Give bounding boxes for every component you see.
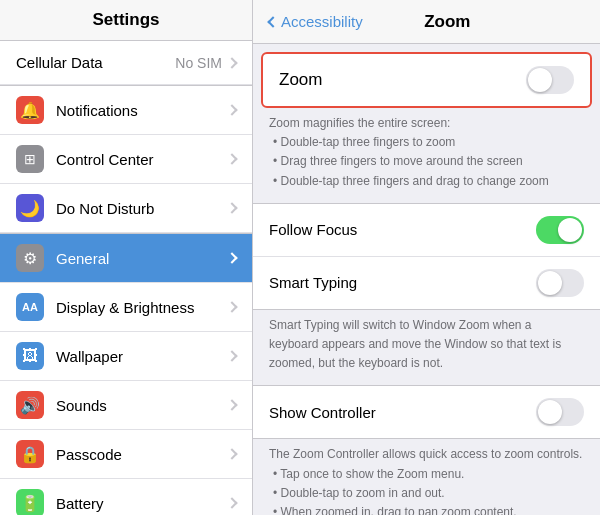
- back-label: Accessibility: [281, 13, 363, 30]
- chevron-right-icon: [226, 497, 237, 508]
- sidebar-item-cellular[interactable]: Cellular Data No SIM: [0, 41, 252, 85]
- chevron-right-icon: [226, 202, 237, 213]
- do-not-disturb-label: Do Not Disturb: [56, 200, 228, 217]
- control-center-icon: ⊞: [16, 145, 44, 173]
- display-brightness-icon: AA: [16, 293, 44, 321]
- passcode-icon: 🔒: [16, 440, 44, 468]
- sidebar-title: Settings: [92, 10, 159, 29]
- show-controller-label: Show Controller: [269, 404, 536, 421]
- main-panel: Accessibility Zoom Zoom Zoom magnifies t…: [253, 0, 600, 515]
- cellular-detail: No SIM: [175, 55, 222, 71]
- sidebar-item-battery[interactable]: 🔋 Battery: [0, 479, 252, 515]
- show-controller-knob: [538, 400, 562, 424]
- sounds-icon: 🔊: [16, 391, 44, 419]
- sidebar-item-notifications[interactable]: 🔔 Notifications: [0, 86, 252, 135]
- notifications-label: Notifications: [56, 102, 228, 119]
- ctrl-desc-item-1: • Tap once to show the Zoom menu.: [273, 465, 584, 484]
- smart-typing-toggle[interactable]: [536, 269, 584, 297]
- sidebar-item-general[interactable]: ⚙ General: [0, 234, 252, 283]
- chevron-right-icon: [226, 350, 237, 361]
- sidebar-item-control-center[interactable]: ⊞ Control Center: [0, 135, 252, 184]
- page-title: Zoom: [371, 12, 524, 32]
- general-label: General: [56, 250, 228, 267]
- chevron-right-icon: [226, 448, 237, 459]
- show-controller-row: Show Controller: [253, 386, 600, 438]
- sidebar-header: Settings: [0, 0, 252, 41]
- smart-typing-desc-text: Smart Typing will switch to Window Zoom …: [269, 318, 561, 370]
- sidebar-item-wallpaper[interactable]: 🖼 Wallpaper: [0, 332, 252, 381]
- smart-typing-row: Smart Typing: [253, 257, 600, 309]
- focus-typing-section: Follow Focus Smart Typing: [253, 203, 600, 310]
- follow-focus-label: Follow Focus: [269, 221, 536, 238]
- wallpaper-label: Wallpaper: [56, 348, 228, 365]
- controller-description: The Zoom Controller allows quick access …: [253, 439, 600, 515]
- zoom-description: Zoom magnifies the entire screen: • Doub…: [253, 108, 600, 201]
- zoom-description-title: Zoom magnifies the entire screen:: [269, 116, 450, 130]
- wallpaper-icon: 🖼: [16, 342, 44, 370]
- controller-desc-prefix: The Zoom Controller allows quick access …: [269, 447, 582, 461]
- sidebar-item-do-not-disturb[interactable]: 🌙 Do Not Disturb: [0, 184, 252, 233]
- chevron-right-icon: [226, 104, 237, 115]
- do-not-disturb-icon: 🌙: [16, 194, 44, 222]
- sounds-label: Sounds: [56, 397, 228, 414]
- chevron-right-icon: [226, 252, 237, 263]
- zoom-desc-item-2: • Drag three fingers to move around the …: [273, 152, 584, 171]
- chevron-right-icon: [226, 153, 237, 164]
- zoom-section: Zoom: [261, 52, 592, 108]
- smart-typing-description: Smart Typing will switch to Window Zoom …: [253, 310, 600, 384]
- sidebar: Settings Cellular Data No SIM 🔔 Notifica…: [0, 0, 253, 515]
- zoom-row: Zoom: [263, 54, 590, 106]
- ctrl-desc-item-2: • Double-tap to zoom in and out.: [273, 484, 584, 503]
- passcode-label: Passcode: [56, 446, 228, 463]
- follow-focus-row: Follow Focus: [253, 204, 600, 257]
- back-chevron-icon: [267, 16, 278, 27]
- show-controller-toggle[interactable]: [536, 398, 584, 426]
- sidebar-item-passcode[interactable]: 🔒 Passcode: [0, 430, 252, 479]
- back-button[interactable]: Accessibility: [269, 13, 363, 30]
- smart-typing-knob: [538, 271, 562, 295]
- chevron-right-icon: [226, 57, 237, 68]
- zoom-desc-item-1: • Double-tap three fingers to zoom: [273, 133, 584, 152]
- notifications-icon: 🔔: [16, 96, 44, 124]
- general-icon: ⚙: [16, 244, 44, 272]
- battery-icon: 🔋: [16, 489, 44, 515]
- controller-section: Show Controller: [253, 385, 600, 439]
- zoom-toggle[interactable]: [526, 66, 574, 94]
- main-header: Accessibility Zoom: [253, 0, 600, 44]
- chevron-right-icon: [226, 301, 237, 312]
- sidebar-item-display-brightness[interactable]: AA Display & Brightness: [0, 283, 252, 332]
- ctrl-desc-item-3: • When zoomed in, drag to pan zoom conte…: [273, 503, 584, 515]
- follow-focus-toggle[interactable]: [536, 216, 584, 244]
- cellular-label: Cellular Data: [16, 54, 175, 71]
- smart-typing-label: Smart Typing: [269, 274, 536, 291]
- zoom-label: Zoom: [279, 70, 526, 90]
- chevron-right-icon: [226, 399, 237, 410]
- battery-label: Battery: [56, 495, 228, 512]
- display-brightness-label: Display & Brightness: [56, 299, 228, 316]
- zoom-toggle-knob: [528, 68, 552, 92]
- zoom-desc-item-3: • Double-tap three fingers and drag to c…: [273, 172, 584, 191]
- sidebar-item-sounds[interactable]: 🔊 Sounds: [0, 381, 252, 430]
- follow-focus-knob: [558, 218, 582, 242]
- control-center-label: Control Center: [56, 151, 228, 168]
